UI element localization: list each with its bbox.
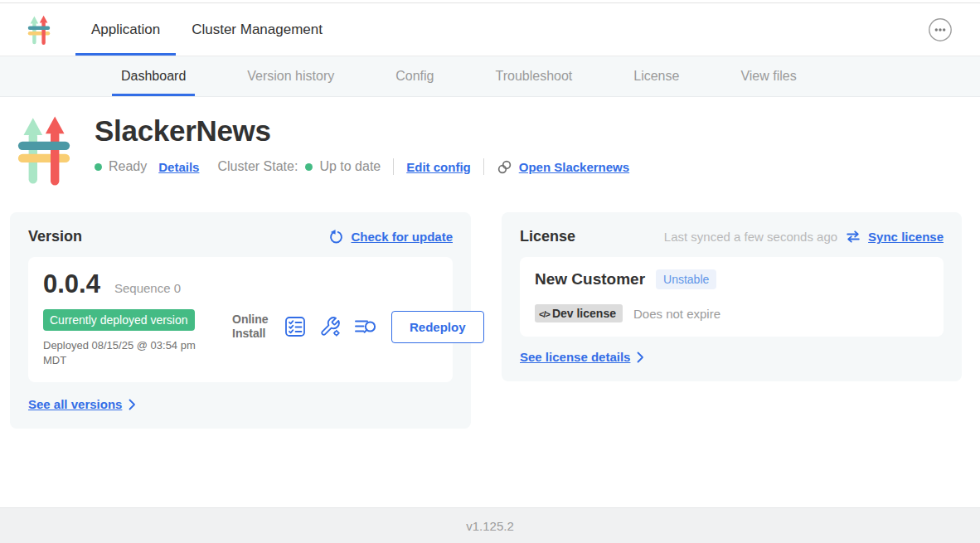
chain-link-icon [497,159,512,175]
version-sequence: Sequence 0 [114,281,181,295]
version-card-title: Version [28,228,82,245]
see-all-versions-label: See all versions [28,397,122,411]
slackernews-logo-icon [27,14,51,46]
license-type-label: Dev license [552,307,616,320]
app-status-dot [95,163,102,171]
app-status-text: Ready [109,159,147,174]
customer-name: New Customer [535,270,645,288]
edit-config-link[interactable]: Edit config [406,160,471,174]
tab-license[interactable]: License [624,56,688,96]
tab-config[interactable]: Config [386,56,443,96]
version-card: Version Check for update 0.0.4 Sequence … [10,212,471,429]
tab-cluster-management-label: Cluster Management [192,22,323,38]
chevron-right-icon [637,351,644,363]
preflight-checks-icon[interactable] [284,316,306,337]
license-panel: New Customer Unstable Dev license Does n… [520,257,944,337]
app-status-row: Ready Details Cluster State: Up to date … [95,158,629,175]
open-app-link-label: Open Slackernews [519,160,629,174]
app-logo-icon [17,111,71,189]
deployed-timestamp: Deployed 08/15/25 @ 03:54 pm MDT [43,338,219,368]
cluster-state-value: Up to date [319,159,381,174]
cluster-state-label: Cluster State: [217,159,298,174]
see-license-details-label: See license details [520,350,630,364]
status-divider [393,158,394,175]
redeploy-button[interactable]: Redeploy [391,311,484,343]
sync-arrows-icon [845,230,861,244]
dashboard-content: SlackerNews Ready Details Cluster State:… [0,97,980,507]
version-number: 0.0.4 [43,269,100,299]
overflow-menu-button[interactable] [927,17,953,43]
tab-dashboard[interactable]: Dashboard [112,56,195,96]
code-icon [539,307,550,320]
app-sub-navigation: Dashboard Version history Config Trouble… [0,56,980,97]
check-for-update-link[interactable]: Check for update [328,229,453,245]
tab-view-files[interactable]: View files [731,56,805,96]
tab-cluster-management[interactable]: Cluster Management [176,3,338,56]
ellipsis-circle-icon [928,32,953,45]
channel-badge: Unstable [656,269,716,289]
view-logs-icon[interactable] [354,317,377,337]
license-type-tag: Dev license [535,304,623,322]
license-card: License Last synced a few seconds ago Sy… [502,212,962,381]
cluster-state-dot [305,163,313,171]
console-version: v1.125.2 [466,519,514,533]
tab-troubleshoot-label: Troubleshoot [495,69,572,84]
chevron-right-icon [129,399,136,410]
wrench-gear-icon[interactable] [319,316,341,337]
console-footer: v1.125.2 [0,507,980,543]
tab-view-files-label: View files [740,69,796,84]
sync-license-label: Sync license [868,230,944,244]
refresh-icon [328,229,344,245]
open-app-link[interactable]: Open Slackernews [497,159,629,175]
tab-version-history-label: Version history [247,69,334,84]
status-details-link[interactable]: Details [158,160,199,174]
license-card-title: License [520,228,575,245]
tab-troubleshoot[interactable]: Troubleshoot [486,56,581,96]
tab-application-label: Application [91,22,160,38]
app-hero: SlackerNews Ready Details Cluster State:… [17,111,980,189]
license-expiration: Does not expire [633,307,720,321]
topbar-spacer [338,3,927,56]
status-divider [483,158,484,175]
see-all-versions-link[interactable]: See all versions [28,397,136,411]
tab-config-label: Config [395,69,434,84]
tab-application[interactable]: Application [75,3,176,56]
top-navigation-bar: Application Cluster Management [0,3,980,56]
last-synced-text: Last synced a few seconds ago [664,230,837,244]
see-license-details-link[interactable]: See license details [520,350,644,364]
check-for-update-label: Check for update [351,230,453,244]
dashboard-cards: Version Check for update 0.0.4 Sequence … [0,189,980,429]
current-version-panel: 0.0.4 Sequence 0 Currently deployed vers… [28,257,453,382]
top-tabs: Application Cluster Management [75,3,338,56]
tab-version-history[interactable]: Version history [238,56,343,96]
deployed-version-badge: Currently deployed version [43,309,195,331]
tab-license-label: License [633,69,679,84]
install-type-label: Online Install [232,313,270,342]
page-title: SlackerNews [95,114,629,148]
tab-dashboard-label: Dashboard [121,69,186,84]
sync-license-link[interactable]: Sync license [845,230,944,244]
